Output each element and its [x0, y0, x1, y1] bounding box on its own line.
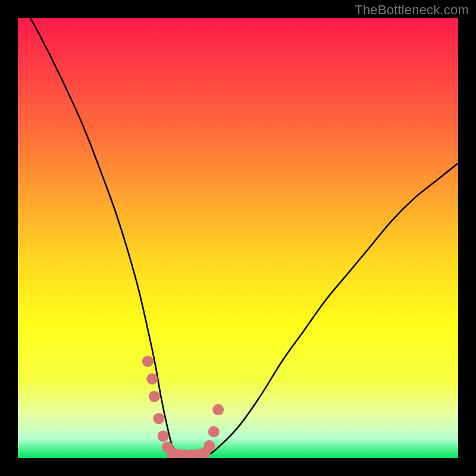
curve-marker — [149, 391, 160, 402]
curve-marker — [142, 356, 154, 367]
chart-stage: TheBottleneck.com — [0, 0, 476, 476]
curve-marker — [203, 440, 215, 452]
bottleneck-curve-chart — [0, 0, 476, 476]
curve-marker — [158, 431, 169, 442]
gradient-background — [18, 18, 458, 458]
curve-marker — [153, 413, 164, 424]
curve-marker — [146, 373, 158, 384]
curve-marker — [212, 404, 224, 415]
curve-marker — [208, 426, 220, 437]
attribution-label: TheBottleneck.com — [355, 2, 469, 18]
